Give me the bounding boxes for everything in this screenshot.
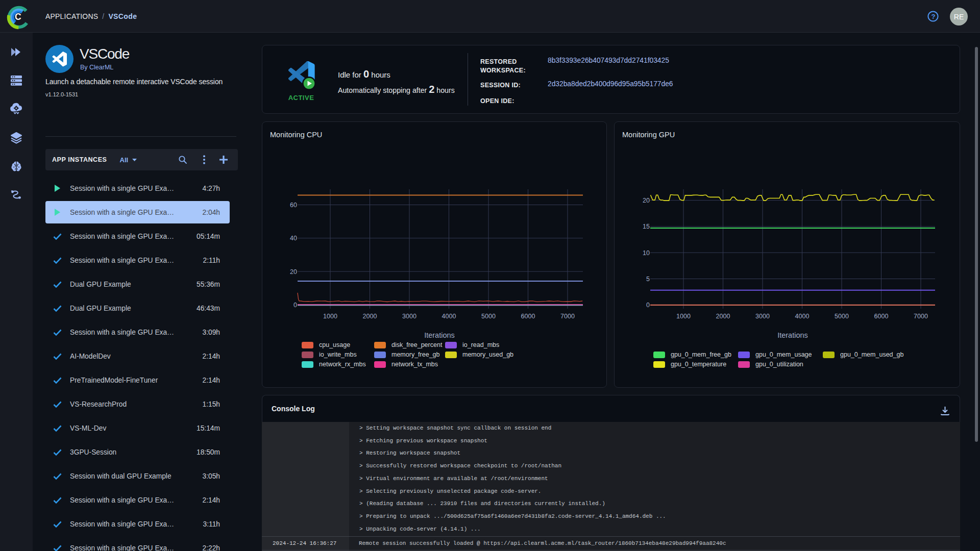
svg-text:4000: 4000 <box>795 313 810 320</box>
svg-text:2000: 2000 <box>716 313 730 320</box>
svg-text:7000: 7000 <box>560 313 575 320</box>
svg-text:5000: 5000 <box>835 313 849 320</box>
svg-text:2000: 2000 <box>363 313 377 320</box>
svg-text:10: 10 <box>643 249 650 257</box>
svg-text:6000: 6000 <box>874 313 889 320</box>
svg-text:60: 60 <box>290 202 297 209</box>
svg-text:3000: 3000 <box>402 313 416 320</box>
svg-text:7000: 7000 <box>914 313 928 320</box>
svg-text:40: 40 <box>290 235 297 242</box>
svg-text:20: 20 <box>643 197 650 204</box>
svg-text:20: 20 <box>290 268 297 276</box>
svg-text:C: C <box>15 12 21 22</box>
svg-text:6000: 6000 <box>521 313 535 320</box>
svg-text:1000: 1000 <box>323 313 337 320</box>
svg-text:Iterations: Iterations <box>424 331 455 339</box>
svg-text:4000: 4000 <box>442 313 456 320</box>
svg-text:0: 0 <box>646 302 650 309</box>
svg-text:5000: 5000 <box>481 313 496 320</box>
svg-text:3000: 3000 <box>755 313 770 320</box>
svg-text:1000: 1000 <box>676 313 691 320</box>
svg-text:0: 0 <box>293 302 297 309</box>
svg-text:15: 15 <box>643 223 650 230</box>
svg-text:?: ? <box>932 13 936 20</box>
svg-text:Iterations: Iterations <box>777 331 808 339</box>
svg-text:5: 5 <box>646 276 650 283</box>
